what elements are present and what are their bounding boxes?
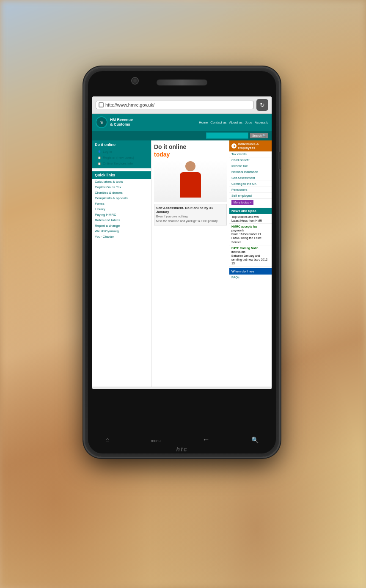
sa-text: Even if you owe nothing [156, 214, 225, 218]
list-item[interactable]: Library [92, 206, 151, 212]
logo-area: ♛ HM Revenue & Customs [96, 116, 133, 128]
news-item-1: Top Stories and Wh Latest News from HMR [229, 214, 272, 224]
nav-contact[interactable]: Contact us [210, 121, 226, 124]
list-item[interactable]: Your Charter [92, 234, 151, 239]
list-item[interactable]: Welsh/Cymraeg [92, 228, 151, 234]
register-icon: 📋 [96, 155, 102, 159]
top-nav: Home Contact us About us Jobs Accessib [199, 121, 268, 124]
nav-about[interactable]: About us [229, 121, 243, 124]
info-icon: 📋 [96, 161, 102, 165]
search-bar: Search 🔍 [92, 131, 272, 140]
sa-warning: Miss the deadline and you'll get a £100 … [156, 219, 225, 223]
news-header: News and upda [229, 208, 272, 214]
phone-device: http://www.hmrc.gov.uk/ ↻ ♛ HM Revenue &… [85, 68, 279, 457]
quick-links-title: Quick links [92, 171, 151, 179]
back-icon: ← [202, 435, 210, 444]
speaker-grill [157, 80, 207, 85]
back-button[interactable]: ← [202, 435, 210, 444]
news-item-3: PAYE Coding Notic individuals Between Ja… [229, 245, 272, 267]
hero-image [154, 160, 227, 202]
more-topics-button[interactable]: More topics » [231, 200, 253, 205]
do-it-online-box: Do it online 👤 Log in [92, 140, 151, 168]
list-item[interactable]: Capital Gains Tax [92, 184, 151, 190]
list-item[interactable]: Calculators & tools [92, 179, 151, 184]
individuals-links: Tax credits Child Benefit Income Tax Nat… [229, 151, 272, 199]
menu-label: menu [151, 439, 161, 443]
site-header: ♛ HM Revenue & Customs Home Contact us A… [92, 114, 272, 131]
list-item[interactable]: Income Tax [229, 163, 272, 169]
search-button-nav[interactable]: 🔍 [251, 435, 259, 444]
self-assessment-box: Self Assessment. Do it online by 31 Janu… [154, 204, 227, 225]
footer-privacy[interactable]: Privacy Policy [184, 389, 202, 389]
center-content: Do it online today Self Assessment. Do i… [151, 140, 229, 387]
footer-separator: | [149, 389, 149, 389]
url-icon [99, 102, 104, 107]
footer-copyright: © Crown Copyright [121, 389, 146, 389]
hero-today: today [154, 151, 170, 158]
person-icon: 👤 [96, 149, 102, 154]
list-item[interactable]: Paying HMRC [92, 212, 151, 217]
sa-title: Self Assessment. Do it online by 31 Janu… [156, 206, 225, 214]
hero-title: Do it online today [154, 143, 227, 158]
site-footer: Business Link 🔗 © Crown Copyright | Term… [92, 387, 272, 389]
faqs-link[interactable]: FAQs [229, 275, 272, 280]
person-figure [178, 161, 203, 201]
main-content: Do it online 👤 Log in [92, 140, 272, 387]
footer-more: Si [208, 389, 210, 389]
htc-logo: htc [176, 446, 188, 453]
individuals-header: ➜ individuals & employees [229, 140, 272, 151]
refresh-button[interactable]: ↻ [256, 99, 268, 111]
list-item: 📋 Online Services info [95, 160, 149, 166]
divider [92, 170, 151, 170]
list-item[interactable]: Tax credits [229, 151, 272, 157]
nav-jobs[interactable]: Jobs [245, 121, 252, 124]
home-button[interactable]: ⌂ [105, 436, 110, 444]
person-head [185, 161, 195, 171]
list-item[interactable]: Self-employed [229, 193, 272, 199]
do-it-online-title: Do it online [95, 143, 149, 147]
home-icon: ⌂ [105, 436, 110, 443]
refresh-icon: ↻ [260, 102, 265, 108]
url-text: http://www.hmrc.gov.uk/ [105, 102, 154, 107]
list-item[interactable]: Rates and tables [92, 217, 151, 223]
login-link[interactable]: 👤 Log in [96, 149, 147, 154]
footer-separator2: | [180, 389, 181, 389]
list-item[interactable]: Child Benefit [229, 157, 272, 163]
quick-links-list: Calculators & tools Capital Gains Tax Ch… [92, 179, 151, 239]
nav-accessibility[interactable]: Accessib [255, 121, 268, 124]
list-item[interactable]: Self Assessment [229, 175, 272, 181]
list-item: 📋 Register (new users) [95, 154, 149, 160]
right-sidebar: ➜ individuals & employees Tax credits Ch… [229, 140, 272, 387]
list-item[interactable]: Complaints & appeals [92, 195, 151, 201]
list-item[interactable]: Charities & donors [92, 190, 151, 195]
browser-bar: http://www.hmrc.gov.uk/ ↻ [92, 96, 272, 114]
list-item[interactable]: Coming to the UK [229, 181, 272, 187]
search-icon: 🔍 [251, 437, 259, 443]
search-input[interactable] [206, 132, 248, 139]
news-item-2: HMRC accepts fas payments From 16 Decemb… [229, 224, 272, 245]
phone-screen: http://www.hmrc.gov.uk/ ↻ ♛ HM Revenue &… [92, 96, 272, 389]
list-item[interactable]: National Insurance [229, 169, 272, 175]
camera [131, 77, 139, 85]
arrow-icon: ➜ [231, 143, 237, 148]
url-bar[interactable]: http://www.hmrc.gov.uk/ [96, 101, 254, 109]
list-item[interactable]: Report a change [92, 223, 151, 228]
list-item[interactable]: Pensioners [229, 187, 272, 193]
list-item[interactable]: Forms [92, 201, 151, 206]
footer-separator3: | [204, 389, 205, 389]
menu-button[interactable]: menu [151, 435, 161, 444]
person-body [180, 172, 201, 198]
list-item: 👤 Log in [95, 148, 149, 154]
online-services-link[interactable]: 📋 Online Services info [96, 161, 147, 165]
search-button[interactable]: Search 🔍 [250, 133, 268, 138]
volume-button[interactable] [278, 152, 281, 169]
register-link[interactable]: 📋 Register (new users) [96, 155, 147, 159]
online-links-list: 👤 Log in 📋 Register (new users) [95, 148, 149, 166]
nav-home[interactable]: Home [199, 121, 208, 124]
phone-navigation: ⌂ menu ← 🔍 [85, 435, 279, 444]
footer-terms[interactable]: Terms & Conditions [152, 389, 178, 389]
footer-business-link[interactable]: Business Link 🔗 [96, 389, 118, 389]
logo-text: HM Revenue & Customs [110, 118, 133, 127]
left-sidebar: Do it online 👤 Log in [92, 140, 151, 387]
website-content: ♛ HM Revenue & Customs Home Contact us A… [92, 114, 272, 389]
